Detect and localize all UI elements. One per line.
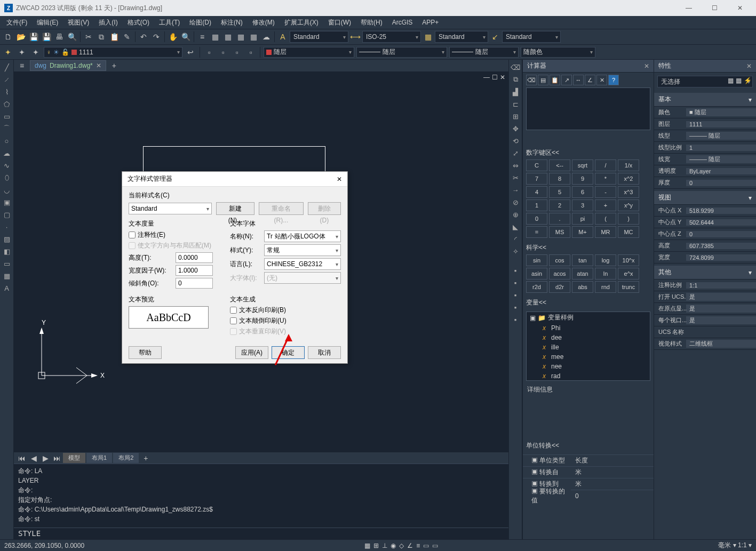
chamfer-icon[interactable]: ◣ — [510, 221, 521, 232]
tab-layout1[interactable]: 布局1 — [86, 453, 112, 463]
palette-c-icon[interactable]: ▪ — [510, 290, 521, 300]
close-button[interactable]: ✕ — [733, 4, 747, 12]
key-x^3[interactable]: x^3 — [618, 186, 639, 198]
model-icon[interactable]: ▭ — [432, 542, 438, 549]
preview-icon[interactable]: 🔍 — [66, 31, 78, 43]
xline-icon[interactable]: ⟋ — [2, 74, 12, 85]
paste-icon[interactable]: 📋 — [108, 31, 120, 43]
polygon-icon[interactable]: ⬠ — [2, 99, 12, 109]
menu-draw[interactable]: 绘图(D) — [185, 17, 216, 29]
otrack-icon[interactable]: ∠ — [407, 542, 413, 549]
calc-x-icon[interactable]: ✕ — [596, 75, 607, 85]
key-4[interactable]: 4 — [526, 186, 547, 198]
block-icon[interactable]: ▢ — [2, 209, 12, 220]
unit-header[interactable]: 单位转换<< — [523, 441, 654, 450]
menu-ext[interactable]: 扩展工具(X) — [280, 17, 323, 29]
key-<--[interactable]: <-- — [549, 159, 570, 171]
key-MC[interactable]: MC — [618, 226, 639, 238]
scale-icon[interactable]: ⤢ — [510, 148, 521, 158]
lineweight-combo[interactable]: 随层 — [449, 47, 519, 58]
help-button[interactable]: 帮助 — [129, 346, 162, 359]
line-icon[interactable]: ╱ — [2, 62, 12, 73]
doctab-drawing1[interactable]: dwgDrawing1.dwg*✕ — [30, 60, 106, 71]
tab-model[interactable]: 模型 — [63, 453, 85, 463]
nav-next-icon[interactable]: ▶ — [39, 452, 51, 464]
rotate-icon[interactable]: ⟲ — [510, 135, 521, 146]
prop-row[interactable]: 图层1111 — [654, 118, 756, 130]
rect-icon[interactable]: ▭ — [2, 111, 12, 122]
palette-e-icon[interactable]: ▪ — [510, 314, 521, 325]
menu-window[interactable]: 窗口(W) — [324, 17, 355, 29]
new-button[interactable]: 新建(N)... — [216, 202, 254, 215]
annotative-checkbox[interactable]: 注释性(E) — [129, 230, 225, 239]
key-tan[interactable]: tan — [572, 254, 593, 266]
key--[interactable]: - — [595, 186, 616, 198]
key-10^x[interactable]: 10^x — [618, 254, 639, 266]
key-pi[interactable]: pi — [572, 213, 593, 225]
cloud-icon[interactable]: ☁ — [260, 31, 272, 43]
stretch-icon[interactable]: ⇔ — [510, 160, 521, 171]
textstyle-icon[interactable]: A — [277, 31, 289, 43]
mleaderstyle-combo[interactable]: Standard — [502, 31, 561, 43]
width-input[interactable] — [176, 265, 213, 276]
key-cos[interactable]: cos — [549, 254, 570, 266]
prop-row[interactable]: 中心点 X518.9299 — [654, 205, 756, 217]
palette-a-icon[interactable]: ▪ — [510, 265, 521, 276]
menu-app[interactable]: APP+ — [418, 17, 443, 28]
palette-d-icon[interactable]: ▪ — [510, 302, 521, 313]
tab-layout2[interactable]: 布局2 — [113, 453, 139, 463]
move-icon[interactable]: ✥ — [510, 123, 521, 134]
zoom-icon[interactable]: 🔍 — [180, 31, 192, 43]
erase-icon[interactable]: ⌫ — [510, 62, 521, 73]
prop-row[interactable]: 在原点显...是 — [654, 303, 756, 315]
section-view[interactable]: 视图▾ — [654, 191, 756, 205]
key-M+[interactable]: M+ — [572, 226, 593, 238]
spline-icon[interactable]: ∿ — [2, 160, 12, 171]
key-x^2[interactable]: x^2 — [618, 173, 639, 185]
lwt-icon[interactable]: ≡ — [416, 542, 420, 549]
calc-display[interactable] — [526, 87, 650, 130]
saveas-icon[interactable]: 💾 — [41, 31, 52, 43]
fontstyle-combo[interactable]: 常规 — [264, 244, 341, 256]
fontname-combo[interactable]: Tr站酷小薇LOGO体 — [264, 230, 341, 242]
ok-button[interactable]: 确定 — [272, 346, 305, 359]
nav-first-icon[interactable]: ⏮ — [16, 452, 28, 464]
redo-icon[interactable]: ↷ — [150, 31, 162, 43]
tablestyle-icon[interactable]: ▦ — [422, 31, 434, 43]
key-3[interactable]: 3 — [572, 199, 593, 211]
key-MR[interactable]: MR — [595, 226, 616, 238]
break-icon[interactable]: ⊘ — [510, 197, 521, 207]
prop-row[interactable]: 线宽——— 随层 — [654, 154, 756, 165]
key-0[interactable]: 0 — [526, 213, 547, 225]
prop-row[interactable]: 高度607.7385 — [654, 240, 756, 252]
view-close-icon[interactable]: ✕ — [500, 74, 505, 81]
unit-row[interactable]: ▣ 转换自米 — [523, 466, 654, 478]
upside-checkbox[interactable]: 文本颠倒印刷(U) — [230, 316, 341, 325]
height-input[interactable] — [176, 252, 213, 263]
layerstate-icon[interactable]: ✦ — [16, 46, 28, 58]
key-sqrt[interactable]: sqrt — [572, 159, 593, 171]
key-sin[interactable]: sin — [526, 254, 547, 266]
key-)[interactable]: ) — [618, 213, 639, 225]
point-icon[interactable]: · — [2, 221, 12, 232]
snap-icon[interactable]: ▦ — [364, 542, 370, 549]
key-=[interactable]: = — [526, 226, 547, 238]
prop-row[interactable]: 透明度ByLayer — [654, 165, 756, 177]
circle-icon[interactable]: ○ — [2, 135, 12, 146]
hatch-icon[interactable]: ▨ — [2, 234, 12, 244]
calc-ang-icon[interactable]: ∠ — [585, 75, 595, 85]
key-9[interactable]: 9 — [572, 173, 593, 185]
props-close-icon[interactable]: ✕ — [746, 62, 752, 70]
key-7[interactable]: 7 — [526, 173, 547, 185]
key-asin[interactable]: asin — [526, 268, 547, 280]
menu-help[interactable]: 帮助(H) — [356, 17, 387, 29]
cut-icon[interactable]: ✂ — [83, 31, 94, 43]
key-*[interactable]: * — [595, 173, 616, 185]
plotstyle-combo[interactable]: 随颜色 — [521, 47, 595, 58]
dimstyle-combo[interactable]: ISO-25 — [362, 31, 421, 43]
unit-row[interactable]: ▣ 单位类型长度 — [523, 454, 654, 466]
menu-dim[interactable]: 标注(N) — [217, 17, 247, 29]
var-header[interactable]: 变量<< — [523, 298, 654, 307]
mirror-icon[interactable]: ▟ — [510, 86, 521, 97]
view-min-icon[interactable]: — — [483, 74, 490, 81]
